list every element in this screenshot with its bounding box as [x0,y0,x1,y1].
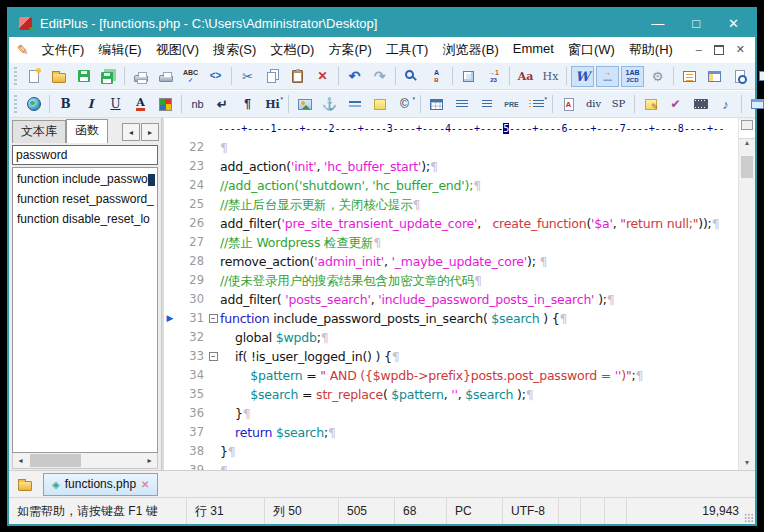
function-search-input[interactable] [12,145,158,165]
function-list-item[interactable]: function include_passwo [13,169,157,189]
html-tags-button[interactable]: <> [204,66,227,87]
scroll-right-icon[interactable]: ▸ [142,453,157,468]
bold-button[interactable]: B [54,94,77,115]
div-tag-button[interactable]: div [582,94,605,115]
sidebar-tab-cliptext[interactable]: 文本库 [12,120,66,143]
menu-item-3[interactable]: 搜索(S) [206,38,263,62]
minimize-button[interactable]: — [651,17,664,30]
editor-vertical-scrollbar[interactable]: ▴ ▾ [738,118,755,470]
scroll-up-icon[interactable]: ▴ [739,136,755,150]
close-button[interactable]: ✕ [728,17,739,30]
spell-check-button[interactable]: ABC✓ [179,66,202,87]
cliptext-window-button[interactable] [728,66,751,87]
font-color-button[interactable]: A [129,94,152,115]
browser-button[interactable] [22,94,45,115]
code-line-30[interactable]: 30add_filter( 'posts_search', 'include_p… [164,290,738,309]
tab-functions-php[interactable]: ◈ functions.php ✕ [43,473,158,496]
sidebar-horizontal-scrollbar[interactable]: ◂ ▸ [12,453,158,469]
horizontal-rule-button[interactable] [343,94,366,115]
nbsp-button[interactable]: nb [186,94,209,115]
new-file-button[interactable] [22,66,45,87]
scroll-track[interactable] [28,453,142,468]
code-line-23[interactable]: 23add_action('init', 'hc_buffer_start');… [164,157,738,176]
line-break-button[interactable]: ↵ [211,94,234,115]
code-line-27[interactable]: 27//禁止 Wordpress 检查更新¶ [164,233,738,252]
spell-mark-button[interactable]: ✔ [664,94,687,115]
code-line-32[interactable]: 32 global $wpdb;¶ [164,328,738,347]
cube-button[interactable] [457,66,480,87]
code-line-39[interactable]: 39¶ [164,461,738,470]
file-browser-button[interactable] [703,66,726,87]
code-line-34[interactable]: 34 $pattern = " AND ({$wpdb->prefix}post… [164,366,738,385]
underline-button[interactable]: U [104,94,127,115]
copy-button[interactable] [261,66,284,87]
named-anchor-button[interactable] [557,94,580,115]
code-line-25[interactable]: 25//禁止后台显示更新，关闭核心提示¶ [164,195,738,214]
title-bar[interactable]: EditPlus - [functions.php - C:\Users\Adm… [9,9,755,37]
goto-line-button[interactable]: →123 [482,66,505,87]
code-line-26[interactable]: 26add_filter('pre_site_transient_update_… [164,214,738,233]
fold-collapse-icon[interactable]: – [209,314,218,323]
document-selector-button[interactable] [13,473,37,495]
code-line-37[interactable]: 37 return $search;¶ [164,423,738,442]
tab-scroll-right-button[interactable]: ▸ [141,123,159,141]
menu-item-9[interactable]: 窗口(W) [561,38,622,62]
save-button[interactable] [72,66,95,87]
fold-column[interactable]: – [206,347,220,366]
print-button[interactable] [154,66,177,87]
view-in-browser-button[interactable] [753,66,764,87]
font-button[interactable]: Aa [514,66,537,87]
span-tag-button[interactable]: SP [607,94,630,115]
code-line-28[interactable]: 28remove_action('admin_init', '_maybe_up… [164,252,738,271]
audio-button[interactable]: ♪ [714,94,737,115]
delete-button[interactable]: ✕ [311,66,334,87]
fold-collapse-icon[interactable]: – [209,352,218,361]
code-line-35[interactable]: 35 $search = str_replace( $pattern, '', … [164,385,738,404]
image-button[interactable] [293,94,316,115]
print-preview-button[interactable] [129,66,152,87]
scroll-left-icon[interactable]: ◂ [13,453,28,468]
menu-item-6[interactable]: 工具(T) [379,38,436,62]
form-field-button[interactable] [746,94,764,115]
toolbar-drag-handle[interactable] [14,67,17,85]
center-text-button[interactable] [475,94,498,115]
heading-button[interactable]: Hi [261,94,284,115]
mdi-restore-button[interactable] [714,45,724,55]
mdi-close-button[interactable]: ✕ [736,44,745,55]
comment-note-button[interactable] [368,94,391,115]
document-selector-button[interactable] [678,66,701,87]
menu-item-10[interactable]: 帮助(H) [622,38,680,62]
anchor-button[interactable]: ⚓ [318,94,341,115]
find-button[interactable] [400,66,423,87]
preferences-button[interactable]: ⚙ [646,66,669,87]
special-char-button[interactable]: © [393,94,416,115]
code-line-36[interactable]: 36 }¶ [164,404,738,423]
undo-button[interactable]: ↶ [343,66,366,87]
fold-column[interactable]: – [206,309,220,328]
scroll-down-icon[interactable]: ▾ [739,456,755,470]
italic-button[interactable]: I [79,94,102,115]
paragraph-button[interactable]: ¶ [236,94,259,115]
sidebar-tab-functions[interactable]: 函数 [66,119,108,143]
menu-item-7[interactable]: 浏览器(B) [435,38,505,62]
tab-close-icon[interactable]: ✕ [141,479,149,490]
paste-button[interactable] [286,66,309,87]
table-button[interactable] [425,94,448,115]
scroll-thumb[interactable] [741,156,753,178]
code-line-22[interactable]: 22¶ [164,138,738,157]
list-button[interactable] [525,94,548,115]
media-clip-button[interactable] [689,94,712,115]
redo-button[interactable]: ↷ [368,66,391,87]
scroll-thumb[interactable] [30,454,81,467]
preformatted-button[interactable]: PRE [500,94,523,115]
mdi-minimize-button[interactable]: – [696,44,702,55]
code-line-24[interactable]: 24//add_action('shutdown', 'hc_buffer_en… [164,176,738,195]
word-wrap-button[interactable]: W [571,66,594,87]
form-edit-button[interactable] [639,94,662,115]
menu-item-4[interactable]: 文档(D) [263,38,321,62]
align-left-button[interactable] [450,94,473,115]
function-list-item[interactable]: function disable_reset_lo [13,209,157,229]
code-line-31[interactable]: ▶31–function include_password_posts_in_s… [164,309,738,328]
tab-scroll-left-button[interactable]: ◂ [122,123,140,141]
menu-item-1[interactable]: 编辑(E) [91,38,148,62]
